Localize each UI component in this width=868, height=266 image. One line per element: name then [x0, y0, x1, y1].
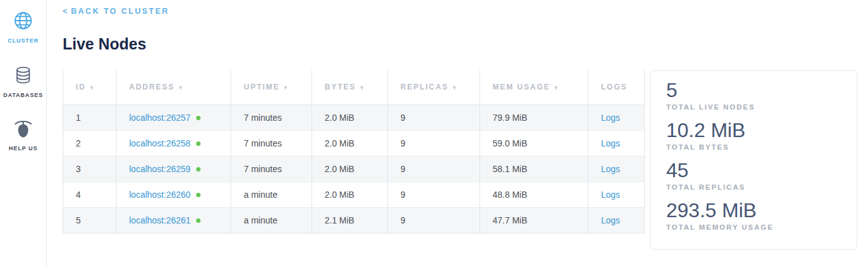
table-row: 4 localhost:26260 a minute 2.0 MiB 9 48.… [63, 182, 645, 207]
stat-label: TOTAL REPLICAS [666, 183, 857, 191]
node-logs-cell: Logs [588, 182, 645, 207]
stat-label: TOTAL BYTES [666, 143, 857, 151]
databases-icon [13, 64, 33, 88]
node-replicas-cell: 9 [388, 156, 480, 182]
node-uptime-cell: 7 minutes [231, 105, 312, 130]
node-id-cell: 3 [63, 156, 117, 182]
back-chevron-icon: < [63, 7, 67, 16]
sort-arrow-icon: ▾ [179, 84, 184, 91]
sidebar-item-help-us[interactable]: HELP US [9, 119, 38, 151]
table-header: ID▾ ADDRESS▾ UPTIME▾ BYTES▾ REPLICAS▾ ME… [63, 70, 645, 105]
column-header-bytes[interactable]: BYTES▾ [312, 70, 388, 105]
column-header-uptime[interactable]: UPTIME▾ [231, 70, 312, 105]
stat-total-memory-usage: 293.5 MiB TOTAL MEMORY USAGE [666, 199, 857, 231]
node-mem-usage-cell: 79.9 MiB [480, 105, 588, 130]
page-title: Live Nodes [63, 35, 146, 53]
live-nodes-table: ID▾ ADDRESS▾ UPTIME▾ BYTES▾ REPLICAS▾ ME… [63, 70, 645, 233]
node-mem-usage-cell: 47.7 MiB [480, 207, 588, 233]
table-row: 5 localhost:26261 a minute 2.1 MiB 9 47.… [63, 207, 645, 233]
summary-panel: 5 TOTAL LIVE NODES 10.2 MiB TOTAL BYTES … [650, 70, 857, 250]
node-address-cell: localhost:26258 [117, 130, 231, 156]
node-bytes-cell: 2.0 MiB [312, 156, 388, 182]
node-mem-usage-cell: 48.8 MiB [480, 182, 588, 207]
node-live-dot [196, 141, 201, 146]
node-address-cell: localhost:26259 [117, 156, 231, 182]
sidebar-item-label: HELP US [9, 145, 38, 151]
stat-value: 45 [666, 159, 857, 182]
stat-value: 5 [666, 79, 857, 102]
column-header-replicas[interactable]: REPLICAS▾ [388, 70, 480, 105]
node-id-cell: 4 [63, 182, 117, 207]
sort-arrow-icon: ▾ [453, 84, 458, 91]
sidebar: CLUSTER DATABASES HELP US [0, 0, 47, 266]
node-address-link[interactable]: localhost:26261 [129, 215, 191, 225]
node-logs-link[interactable]: Logs [601, 138, 620, 148]
node-replicas-cell: 9 [388, 182, 480, 207]
back-to-cluster-link[interactable]: <BACK TO CLUSTER [63, 7, 169, 16]
node-uptime-cell: 7 minutes [231, 130, 312, 156]
stat-total-bytes: 10.2 MiB TOTAL BYTES [666, 119, 857, 151]
node-address-link[interactable]: localhost:26257 [129, 113, 191, 123]
node-uptime-cell: a minute [231, 207, 312, 233]
node-address-cell: localhost:26257 [117, 105, 231, 130]
node-mem-usage-cell: 58.1 MiB [480, 156, 588, 182]
node-address-cell: localhost:26261 [117, 207, 231, 233]
node-logs-cell: Logs [588, 130, 645, 156]
stat-value: 10.2 MiB [666, 119, 857, 142]
node-mem-usage-cell: 59.0 MiB [480, 130, 588, 156]
node-live-dot [196, 218, 201, 223]
cockroach-icon [14, 119, 33, 141]
node-logs-cell: Logs [588, 156, 645, 182]
sort-arrow-icon: ▾ [555, 84, 559, 91]
node-id-cell: 5 [63, 207, 117, 233]
node-bytes-cell: 2.0 MiB [312, 130, 388, 156]
node-bytes-cell: 2.0 MiB [312, 182, 388, 207]
table-row: 1 localhost:26257 7 minutes 2.0 MiB 9 79… [63, 105, 645, 130]
node-address-cell: localhost:26260 [117, 182, 231, 207]
column-header-id[interactable]: ID▾ [63, 70, 117, 105]
column-header-logs: LOGS [588, 70, 645, 105]
node-bytes-cell: 2.0 MiB [312, 105, 388, 130]
node-logs-link[interactable]: Logs [601, 215, 620, 225]
node-bytes-cell: 2.1 MiB [312, 207, 388, 233]
stat-value: 293.5 MiB [666, 199, 857, 222]
node-logs-link[interactable]: Logs [601, 113, 620, 123]
node-id-cell: 1 [63, 105, 117, 130]
stat-total-live-nodes: 5 TOTAL LIVE NODES [666, 79, 857, 111]
stat-label: TOTAL LIVE NODES [666, 103, 857, 111]
node-replicas-cell: 9 [388, 130, 480, 156]
node-logs-cell: Logs [588, 207, 645, 233]
table-row: 3 localhost:26259 7 minutes 2.0 MiB 9 58… [63, 156, 645, 182]
node-live-dot [196, 167, 201, 171]
node-replicas-cell: 9 [388, 105, 480, 130]
node-replicas-cell: 9 [388, 207, 480, 233]
node-address-link[interactable]: localhost:26259 [129, 164, 191, 174]
node-address-link[interactable]: localhost:26260 [129, 190, 191, 200]
node-address-link[interactable]: localhost:26258 [129, 138, 191, 148]
node-uptime-cell: a minute [231, 182, 312, 207]
node-logs-cell: Logs [588, 105, 645, 130]
column-header-mem-usage[interactable]: MEM USAGE▾ [480, 70, 588, 105]
node-live-dot [196, 193, 201, 197]
sort-arrow-icon: ▾ [284, 84, 288, 91]
sidebar-item-label: DATABASES [3, 92, 43, 98]
node-id-cell: 2 [63, 130, 117, 156]
sort-arrow-icon: ▾ [90, 84, 95, 91]
column-header-address[interactable]: ADDRESS▾ [117, 70, 231, 105]
node-logs-link[interactable]: Logs [601, 190, 620, 200]
table-body: 1 localhost:26257 7 minutes 2.0 MiB 9 79… [63, 105, 645, 233]
globe-icon [13, 10, 34, 34]
sidebar-item-databases[interactable]: DATABASES [3, 64, 43, 98]
back-link-label: BACK TO CLUSTER [71, 7, 169, 16]
node-logs-link[interactable]: Logs [601, 164, 620, 174]
stat-label: TOTAL MEMORY USAGE [666, 223, 857, 231]
sort-arrow-icon: ▾ [360, 84, 365, 91]
node-uptime-cell: 7 minutes [231, 156, 312, 182]
stat-total-replicas: 45 TOTAL REPLICAS [666, 159, 857, 191]
sidebar-item-cluster[interactable]: CLUSTER [8, 10, 39, 44]
node-live-dot [196, 116, 201, 120]
table-row: 2 localhost:26258 7 minutes 2.0 MiB 9 59… [63, 130, 645, 156]
sidebar-item-label: CLUSTER [8, 38, 39, 44]
